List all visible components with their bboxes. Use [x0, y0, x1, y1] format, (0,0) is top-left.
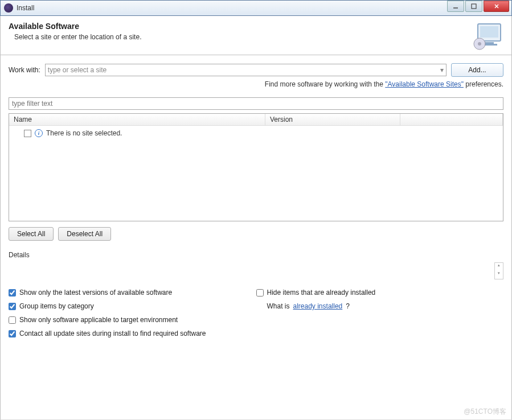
select-all-button[interactable]: Select All — [9, 227, 54, 241]
tree-header: Name Version — [9, 114, 503, 126]
tree-empty-row: i There is no site selected. — [13, 129, 499, 137]
findmore-text: Find more software by working with the "… — [9, 80, 503, 88]
app-icon — [4, 3, 13, 13]
maximize-button[interactable] — [465, 1, 482, 12]
svg-rect-1 — [472, 4, 476, 9]
details-area: ▴▾ — [9, 262, 503, 282]
column-name[interactable]: Name — [9, 114, 265, 125]
workwith-label: Work with: — [9, 66, 40, 74]
empty-message: There is no site selected. — [46, 129, 122, 137]
check-applicable-only[interactable]: Show only software applicable to target … — [9, 316, 256, 324]
row-checkbox[interactable] — [24, 130, 31, 137]
svg-rect-5 — [480, 26, 498, 38]
check-contact-update-sites[interactable]: Contact all update sites during install … — [9, 330, 256, 337]
workwith-placeholder: type or select a site — [48, 66, 107, 74]
details-label: Details — [9, 251, 503, 259]
deselect-all-button[interactable]: Deselect All — [58, 227, 111, 241]
filter-input[interactable] — [9, 97, 503, 110]
install-icon — [472, 22, 503, 50]
check-latest-versions[interactable]: Show only the latest versions of availab… — [9, 289, 256, 297]
already-installed-link[interactable]: already installed — [293, 302, 343, 310]
workwith-combo[interactable]: type or select a site ▾ — [45, 64, 447, 76]
add-button[interactable]: Add... — [451, 63, 503, 77]
chevron-down-icon: ▾ — [440, 66, 444, 74]
titlebar[interactable]: Install — [0, 0, 512, 16]
minimize-button[interactable] — [447, 1, 464, 12]
details-spinner[interactable]: ▴▾ — [494, 262, 503, 279]
available-sites-link[interactable]: "Available Software Sites" — [385, 80, 464, 88]
page-subtitle: Select a site or enter the location of a… — [14, 33, 141, 41]
window-title: Install — [17, 4, 447, 12]
page-title: Available Software — [9, 22, 141, 31]
software-tree[interactable]: Name Version i There is no site selected… — [9, 113, 503, 221]
column-version[interactable]: Version — [265, 114, 400, 125]
check-hide-installed[interactable]: Hide items that are already installed — [256, 289, 504, 297]
whatis-row: What is already installed? — [256, 302, 504, 310]
check-group-by-category[interactable]: Group items by category — [9, 302, 256, 310]
dialog-header: Available Software Select a site or ente… — [0, 16, 512, 55]
close-button[interactable] — [484, 1, 509, 12]
svg-point-9 — [478, 42, 481, 46]
svg-rect-6 — [485, 42, 494, 44]
watermark: @51CTO博客 — [464, 407, 506, 417]
info-icon: i — [35, 129, 43, 137]
